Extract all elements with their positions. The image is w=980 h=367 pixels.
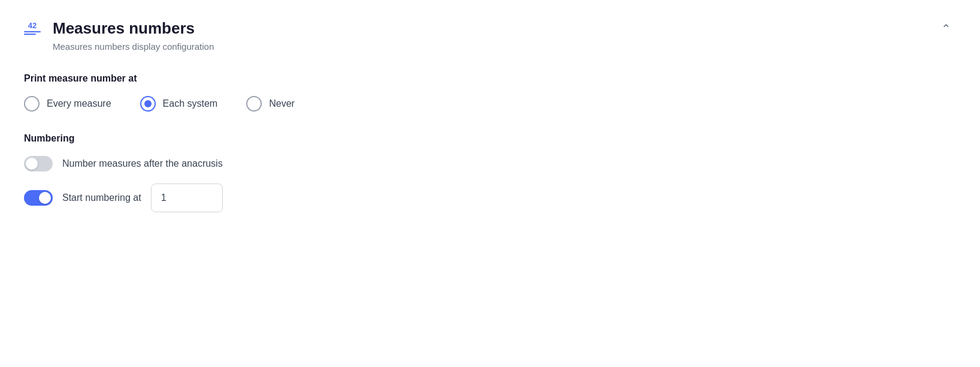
anacrusis-row: Number measures after the anacrusis — [24, 156, 956, 172]
radio-option-never[interactable]: Never — [246, 96, 295, 112]
numbering-section: Numbering Number measures after the anac… — [24, 133, 956, 212]
start-numbering-row: Start numbering at — [24, 184, 956, 212]
radio-every-measure-label: Every measure — [47, 98, 111, 109]
page-title: Measures numbers — [53, 19, 214, 38]
anacrusis-label: Number measures after the anacrusis — [62, 158, 223, 169]
icon-number-label: 42 — [28, 22, 37, 29]
start-numbering-input[interactable] — [151, 184, 223, 212]
start-numbering-toggle[interactable] — [24, 190, 53, 206]
header-text: Measures numbers Measures numbers displa… — [53, 19, 214, 52]
radio-group: Every measure Each system Never — [24, 96, 956, 112]
numbering-section-label: Numbering — [24, 133, 956, 144]
start-numbering-wrapper: Start numbering at — [62, 184, 223, 212]
page-subtitle: Measures numbers display configuration — [53, 41, 214, 52]
radio-each-system-label: Each system — [163, 98, 218, 109]
icon-lines — [24, 31, 41, 35]
print-section: Print measure number at Every measure Ea… — [24, 73, 956, 112]
radio-option-each-system[interactable]: Each system — [140, 96, 218, 112]
header-icon: 42 — [24, 19, 41, 35]
icon-line-short — [24, 34, 36, 35]
start-numbering-label: Start numbering at — [62, 192, 141, 203]
radio-never[interactable] — [246, 96, 262, 112]
header-section: 42 Measures numbers Measures numbers dis… — [24, 19, 956, 52]
anacrusis-toggle[interactable] — [24, 156, 53, 172]
collapse-button[interactable]: ⌃ — [936, 19, 956, 38]
radio-each-system[interactable] — [140, 96, 156, 112]
radio-never-label: Never — [269, 98, 295, 109]
icon-line-long — [24, 31, 41, 32]
page-container: ⌃ 42 Measures numbers Measures numbers d… — [0, 0, 980, 367]
radio-option-every-measure[interactable]: Every measure — [24, 96, 111, 112]
radio-every-measure[interactable] — [24, 96, 40, 112]
print-section-label: Print measure number at — [24, 73, 956, 84]
measure-numbers-icon: 42 — [24, 22, 41, 35]
